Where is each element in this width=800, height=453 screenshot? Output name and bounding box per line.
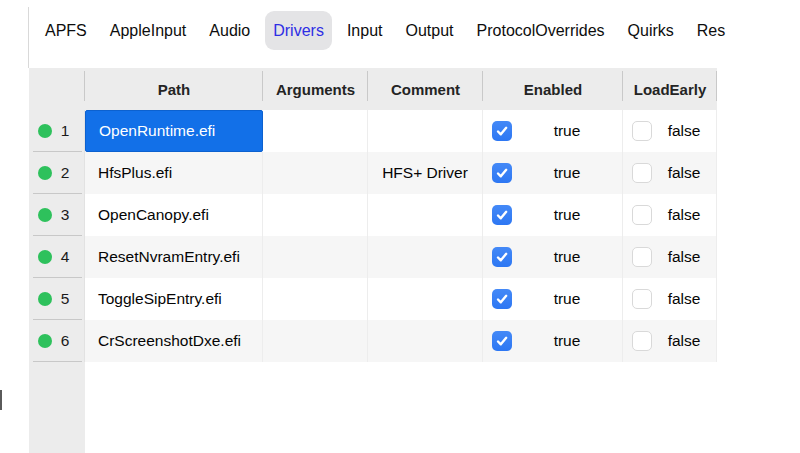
path-value: OpenRuntime.efi (99, 122, 215, 140)
row-number: 3 (52, 206, 84, 224)
comment-value: HFS+ Driver (382, 164, 468, 182)
cell-loadearly[interactable]: false (623, 320, 717, 362)
cell-enabled[interactable]: true (483, 152, 623, 194)
cell-arguments[interactable] (263, 236, 368, 278)
path-value: ResetNvramEntry.efi (98, 248, 240, 266)
table-body: 1 OpenRuntime.efi true false 2 (29, 110, 717, 362)
enabled-checkbox[interactable] (492, 121, 512, 141)
enabled-value: true (512, 122, 622, 140)
status-dot-icon (38, 292, 52, 306)
table-row: 6 CrScreenshotDxe.efi true false (29, 320, 717, 362)
tab-audio[interactable]: Audio (201, 11, 258, 50)
tab-apfs[interactable]: APFS (37, 11, 95, 50)
cell-comment[interactable]: HFS+ Driver (368, 152, 483, 194)
column-header-arguments[interactable]: Arguments (263, 68, 368, 110)
cell-arguments[interactable] (263, 110, 368, 152)
path-value: CrScreenshotDxe.efi (98, 332, 241, 350)
loadearly-value: false (652, 290, 716, 308)
cell-comment[interactable] (368, 236, 483, 278)
row-header[interactable]: 5 (29, 278, 85, 320)
tab-input[interactable]: Input (339, 11, 391, 50)
tab-drivers[interactable]: Drivers (265, 11, 332, 50)
enabled-value: true (512, 248, 622, 266)
cell-enabled[interactable]: true (483, 320, 623, 362)
column-header-comment[interactable]: Comment (368, 68, 483, 110)
tab-appleinput[interactable]: AppleInput (102, 11, 195, 50)
tab-reserved[interactable]: Res (689, 11, 733, 50)
enabled-value: true (512, 164, 622, 182)
corner-header-cell[interactable] (29, 68, 85, 110)
column-header-loadearly[interactable]: LoadEarly (623, 68, 717, 110)
section-tab-bar: APFS AppleInput Audio Drivers Input Outp… (0, 11, 733, 50)
cell-path[interactable]: HfsPlus.efi (85, 152, 263, 194)
tab-quirks[interactable]: Quirks (620, 11, 682, 50)
cell-loadearly[interactable]: false (623, 236, 717, 278)
row-header[interactable]: 1 (29, 110, 85, 152)
cell-enabled[interactable]: true (483, 194, 623, 236)
cell-comment[interactable] (368, 320, 483, 362)
cell-loadearly[interactable]: false (623, 194, 717, 236)
loadearly-checkbox[interactable] (632, 121, 652, 141)
row-header[interactable]: 6 (29, 320, 85, 362)
status-dot-icon (38, 124, 52, 138)
row-number: 2 (52, 164, 84, 182)
status-dot-icon (38, 166, 52, 180)
cell-path[interactable]: OpenCanopy.efi (85, 194, 263, 236)
loadearly-checkbox[interactable] (632, 289, 652, 309)
column-header-path[interactable]: Path (85, 68, 263, 110)
tab-output[interactable]: Output (398, 11, 462, 50)
cell-comment[interactable] (368, 110, 483, 152)
table-row: 2 HfsPlus.efi HFS+ Driver true false (29, 152, 717, 194)
row-header-gutter-extension (29, 362, 85, 453)
app-window: APFS AppleInput Audio Drivers Input Outp… (0, 0, 800, 453)
cell-comment[interactable] (368, 278, 483, 320)
cell-comment[interactable] (368, 194, 483, 236)
cell-loadearly[interactable]: false (623, 110, 717, 152)
row-number: 4 (52, 248, 84, 266)
window-edge-fragment (0, 390, 2, 410)
enabled-checkbox[interactable] (492, 205, 512, 225)
enabled-checkbox[interactable] (492, 331, 512, 351)
enabled-checkbox[interactable] (492, 247, 512, 267)
path-value: ToggleSipEntry.efi (98, 290, 222, 308)
status-dot-icon (38, 250, 52, 264)
row-header[interactable]: 3 (29, 194, 85, 236)
table-row: 5 ToggleSipEntry.efi true false (29, 278, 717, 320)
cell-path[interactable]: ResetNvramEntry.efi (85, 236, 263, 278)
enabled-checkbox[interactable] (492, 289, 512, 309)
table-row: 1 OpenRuntime.efi true false (29, 110, 717, 152)
cell-loadearly[interactable]: false (623, 278, 717, 320)
table-header-row: Path Arguments Comment Enabled LoadEarly (29, 68, 717, 110)
tab-protocoloverrides[interactable]: ProtocolOverrides (469, 11, 613, 50)
cell-enabled[interactable]: true (483, 110, 623, 152)
loadearly-checkbox[interactable] (632, 247, 652, 267)
row-header[interactable]: 4 (29, 236, 85, 278)
loadearly-value: false (652, 248, 716, 266)
enabled-value: true (512, 290, 622, 308)
cell-path[interactable]: ToggleSipEntry.efi (85, 278, 263, 320)
cell-enabled[interactable]: true (483, 278, 623, 320)
cell-path[interactable]: CrScreenshotDxe.efi (85, 320, 263, 362)
status-dot-icon (38, 208, 52, 222)
enabled-value: true (512, 332, 622, 350)
loadearly-value: false (652, 122, 716, 140)
cell-path[interactable]: OpenRuntime.efi (85, 110, 263, 152)
row-header[interactable]: 2 (29, 152, 85, 194)
enabled-checkbox[interactable] (492, 163, 512, 183)
cell-arguments[interactable] (263, 320, 368, 362)
table-row: 4 ResetNvramEntry.efi true false (29, 236, 717, 278)
cell-arguments[interactable] (263, 194, 368, 236)
loadearly-value: false (652, 332, 716, 350)
cell-enabled[interactable]: true (483, 236, 623, 278)
loadearly-value: false (652, 164, 716, 182)
loadearly-checkbox[interactable] (632, 331, 652, 351)
loadearly-checkbox[interactable] (632, 205, 652, 225)
cell-loadearly[interactable]: false (623, 152, 717, 194)
loadearly-checkbox[interactable] (632, 163, 652, 183)
cell-arguments[interactable] (263, 152, 368, 194)
cell-arguments[interactable] (263, 278, 368, 320)
path-value: OpenCanopy.efi (98, 206, 209, 224)
column-header-enabled[interactable]: Enabled (483, 68, 623, 110)
row-number: 1 (52, 122, 84, 140)
enabled-value: true (512, 206, 622, 224)
